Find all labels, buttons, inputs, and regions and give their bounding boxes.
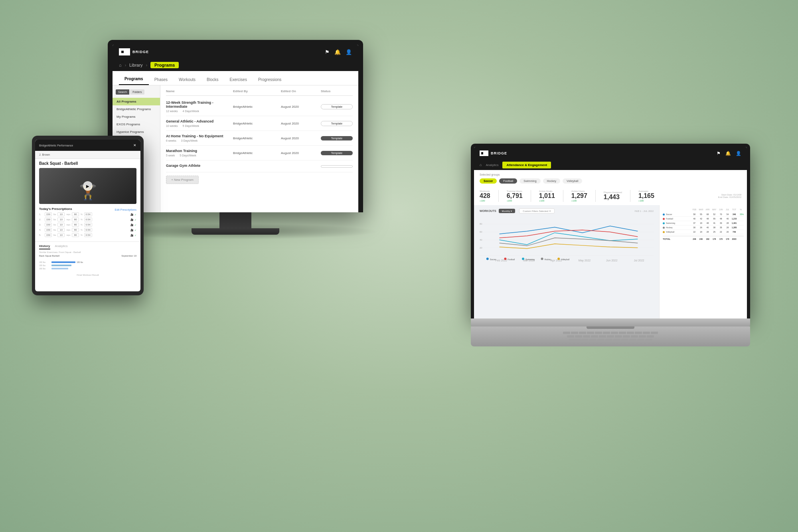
legend-soccer-dot	[486, 258, 489, 260]
sidebar-item-hyperice[interactable]: Hyperice Programs	[113, 128, 160, 136]
table-row[interactable]: At Home Training - No Equipment 6 weeks …	[166, 131, 353, 146]
laptop-keyboard	[471, 326, 750, 346]
tablet-close-button[interactable]: ✕	[133, 143, 136, 147]
chip-hockey[interactable]: Hockey	[543, 178, 560, 184]
prescription-check-icon[interactable]: ✓	[134, 218, 136, 221]
prescription-section: Today's Prescriptions Edit Prescriptions…	[35, 204, 140, 240]
laptop-base	[471, 318, 750, 326]
laptop-home-icon[interactable]: ⌂	[480, 163, 482, 167]
table-row[interactable]: Marathon Training 5 week 5 Days/Week Bri…	[166, 146, 353, 160]
status-btn-1[interactable]: Template	[321, 104, 353, 109]
rt-row-swimming: Swimming 37 18 48 41 30 28 1,401	[663, 221, 744, 225]
tab-workouts[interactable]: Workouts	[173, 74, 201, 85]
tab-progressions[interactable]: Progressions	[253, 74, 287, 85]
edit-prescriptions-link[interactable]: Edit Prescriptions	[115, 208, 136, 211]
legend-hockey-label: Hockey	[545, 259, 551, 261]
laptop-user-icon[interactable]: 👤	[736, 151, 741, 156]
sidebar-item-all-programs[interactable]: All Programs	[113, 98, 160, 105]
filter-button[interactable]: Custom Filters Selected ✕	[519, 208, 554, 214]
table-row[interactable]: 12-Week Strength Training - Intermediate…	[166, 97, 353, 116]
col-header-name: Name	[166, 89, 233, 93]
status-btn-3[interactable]: Template	[321, 136, 353, 140]
user-icon[interactable]: 👤	[346, 49, 352, 55]
stat-active-goals: Active Goals 1,011 +100	[539, 190, 555, 202]
prescription-row-4: 4. 150lbs 10reps 80% 0.5X 🎥 ✓	[39, 228, 136, 232]
prescription-check-icon[interactable]: ✓	[134, 223, 136, 226]
tab-phases[interactable]: Phases	[149, 74, 173, 85]
chip-soccer[interactable]: Soccer	[480, 178, 497, 184]
prescription-video-icon[interactable]: 🎥	[130, 218, 133, 221]
edited-by-4: BridgeAthletic	[233, 151, 281, 155]
desktop-monitor: BRIDGE ⚑ 🔔 👤 ⌂ › Library › Programs	[108, 40, 363, 235]
status-btn-2[interactable]: Template	[321, 121, 353, 126]
legend-swimming-dot	[522, 258, 524, 260]
line-chart: Feb 2022 Mar 2022 Apr 2022 May 2022 Jun …	[480, 216, 654, 264]
monitor-frame: BRIDGE ⚑ 🔔 👤 ⌂ › Library › Programs	[108, 40, 363, 212]
program-info-3: At Home Training - No Equipment 6 weeks …	[166, 134, 233, 142]
laptop-bell-icon[interactable]: 🔔	[725, 151, 731, 156]
monthly-button[interactable]: Monthly ▾	[499, 209, 516, 213]
tablet-user-label: J. Brown	[35, 151, 140, 159]
bell-icon[interactable]: 🔔	[334, 49, 341, 55]
football-line	[500, 230, 638, 238]
hockey-dot	[663, 227, 665, 229]
laptop-logo-box	[480, 150, 488, 156]
groups-chips: Soccer Football Swimming Hockey Volleyba…	[480, 178, 741, 184]
rt-row-hockey: Hockey 30 26 40 38 35 28 1,285	[663, 225, 744, 230]
prescription-video-icon[interactable]: 🎥	[130, 213, 133, 216]
chip-football[interactable]: Football	[499, 178, 517, 184]
tab-blocks[interactable]: Blocks	[201, 74, 224, 85]
nav-library[interactable]: Library	[129, 63, 143, 67]
edited-by-1: BridgeAthletic	[233, 105, 281, 109]
sidebar-item-bridgeathletic[interactable]: BridgeAthletic Programs	[113, 105, 160, 113]
chip-swimming[interactable]: Swimming	[519, 178, 540, 184]
flag-icon[interactable]: ⚑	[325, 49, 330, 55]
prescription-check-icon[interactable]: ✓	[134, 234, 136, 237]
laptop-flag-icon[interactable]: ⚑	[717, 151, 721, 156]
chip-volleyball[interactable]: Volleyball	[563, 178, 583, 184]
new-program-button[interactable]: + New Program	[166, 176, 199, 184]
table-row[interactable]: Garage Gym Athlete	[166, 160, 353, 172]
rt-row-soccer: Soccer 58 55 68 52 70 54 346 35%	[663, 212, 744, 217]
key-row-2	[485, 335, 736, 338]
app-logo: BRIDGE	[119, 48, 149, 55]
nav-sep-1: ›	[125, 63, 126, 67]
prescription-video-icon[interactable]: 🎥	[130, 234, 133, 237]
status-btn-4[interactable]: Template	[321, 151, 353, 155]
prescription-check-icon[interactable]: ✓	[134, 213, 136, 216]
swimming-dot	[663, 222, 665, 224]
days-1: 4 Days/Week	[183, 110, 200, 113]
edited-on-2: August 2020	[281, 122, 321, 125]
tab-programs[interactable]: Programs	[119, 73, 149, 85]
prescription-video-icon[interactable]: 🎥	[130, 223, 133, 226]
prescription-title: Today's Prescriptions	[39, 207, 72, 211]
table-row[interactable]: General Athletic - Advanced 10 weeks 5 D…	[166, 116, 353, 131]
legend-soccer-label: Soccer	[490, 259, 496, 261]
sidebar-item-my-programs[interactable]: My Programs	[113, 113, 160, 121]
chart-svg: Feb 2022 Mar 2022 Apr 2022 May 2022 Jun …	[480, 216, 654, 264]
program-name-4: Marathon Training	[166, 149, 233, 153]
svg-text:60: 60	[480, 231, 482, 233]
days-3: 3 Days/Week	[181, 139, 198, 142]
tab-exercises[interactable]: Exercises	[224, 74, 253, 85]
nav-home-icon[interactable]: ⌂	[119, 63, 122, 67]
hist-bar-2	[51, 265, 71, 266]
tab-history[interactable]: History	[39, 244, 50, 249]
search-button[interactable]: Search	[116, 89, 129, 95]
sidebar-item-exos[interactable]: EXOS Programs	[113, 121, 160, 128]
prescription-check-icon[interactable]: ✓	[134, 229, 136, 231]
video-play-button[interactable]: ▶	[83, 181, 93, 191]
monitor-base	[192, 228, 279, 235]
final-workout-result: Final Workout Result	[35, 272, 140, 278]
key-row-1	[485, 332, 736, 334]
laptop-tab-attendance[interactable]: Attendance & Engagement	[502, 162, 551, 168]
prescription-video-icon[interactable]: 🎥	[130, 229, 133, 231]
legend-volleyball-dot	[557, 258, 560, 260]
program-name-3: At Home Training - No Equipment	[166, 134, 233, 138]
tab-analytics[interactable]: Analytics	[55, 244, 68, 249]
nav-programs[interactable]: Programs	[150, 62, 179, 68]
status-btn-5[interactable]	[321, 165, 353, 168]
folders-button[interactable]: Folders	[130, 89, 144, 95]
program-info-2: General Athletic - Advanced 10 weeks 5 D…	[166, 119, 233, 127]
laptop-tab-analytics[interactable]: Analytics	[486, 162, 498, 168]
